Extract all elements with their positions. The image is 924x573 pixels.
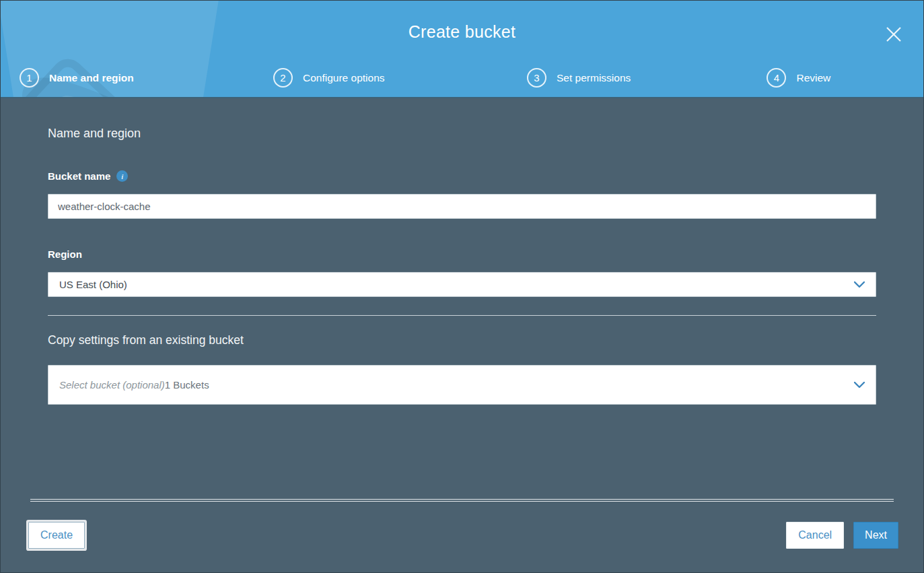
step-3-label: Set permissions (557, 72, 631, 84)
cancel-button[interactable]: Cancel (786, 522, 844, 549)
step-name-and-region[interactable]: 1 Name and region (1, 68, 254, 88)
step-set-permissions[interactable]: 3 Set permissions (508, 68, 748, 88)
region-selected-value: US East (Ohio) (59, 279, 127, 290)
chevron-down-icon (854, 382, 865, 389)
region-select[interactable]: US East (Ohio) (48, 272, 876, 297)
step-1-label: Name and region (49, 72, 134, 84)
create-button[interactable]: Create (28, 522, 85, 549)
chevron-down-icon (854, 281, 865, 288)
copy-settings-bucket-select[interactable]: Select bucket (optional)1 Buckets (48, 365, 876, 405)
step-1-circle: 1 (20, 68, 39, 88)
step-review[interactable]: 4 Review (748, 68, 923, 88)
bucket-name-label-row: Bucket name i (48, 170, 876, 182)
bucket-count-text: 1 Buckets (165, 379, 209, 391)
step-2-label: Configure options (303, 72, 385, 84)
copy-settings-placeholder: Select bucket (optional)1 Buckets (59, 379, 209, 391)
close-button[interactable] (882, 22, 906, 46)
step-configure-options[interactable]: 2 Configure options (254, 68, 508, 88)
copy-settings-heading: Copy settings from an existing bucket (48, 333, 876, 347)
bucket-name-input[interactable] (48, 194, 876, 219)
close-icon (885, 26, 902, 43)
footer-buttons: Create Cancel Next (1, 502, 923, 572)
info-icon[interactable]: i (116, 170, 128, 182)
section-heading: Name and region (48, 127, 876, 141)
next-button[interactable]: Next (853, 522, 898, 549)
step-3-circle: 3 (527, 68, 546, 88)
step-2-circle: 2 (273, 68, 293, 88)
dialog-header: Create bucket 1 Name and region 2 Config… (1, 1, 923, 98)
region-label-row: Region (48, 248, 876, 260)
step-4-circle: 4 (767, 68, 786, 88)
section-divider (48, 315, 876, 316)
dialog-footer: Create Cancel Next (1, 499, 923, 572)
select-bucket-placeholder-text: Select bucket (optional) (59, 379, 165, 391)
wizard-steps: 1 Name and region 2 Configure options 3 … (1, 68, 923, 88)
step-4-label: Review (796, 72, 830, 84)
bucket-name-label: Bucket name (48, 170, 110, 182)
create-bucket-dialog: Create bucket 1 Name and region 2 Config… (0, 0, 924, 573)
dialog-body: Name and region Bucket name i Region US … (1, 127, 923, 405)
region-label: Region (48, 248, 82, 260)
dialog-title: Create bucket (1, 1, 923, 42)
